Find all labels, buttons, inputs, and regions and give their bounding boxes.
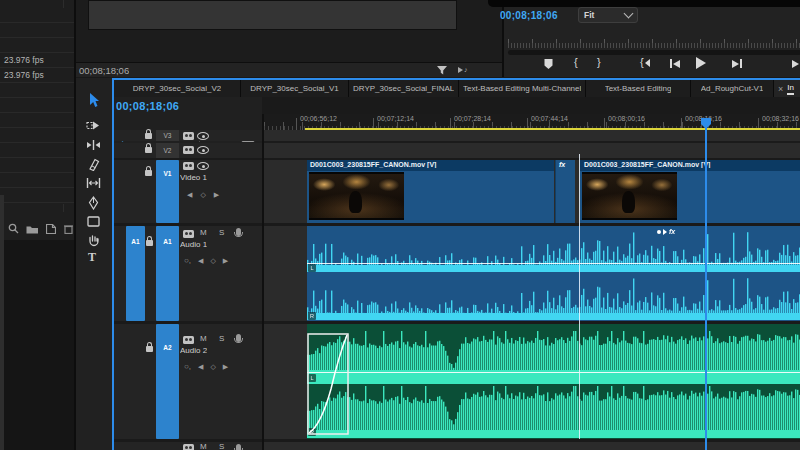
sync-lock-icon[interactable] <box>183 146 194 154</box>
timeline-playhead-timecode[interactable]: 00;08;18;06 <box>116 100 179 112</box>
source-assign-a1[interactable]: A1 <box>126 226 145 321</box>
step-forward-partial-icon[interactable] <box>792 59 800 68</box>
step-forward-icon[interactable] <box>732 59 742 68</box>
tab-sequence-4[interactable]: Text-Based Editing Multi-Channel <box>459 80 586 97</box>
tab-sequence-5[interactable]: Text-Based Editing <box>586 80 691 97</box>
track-name-video1[interactable]: Video 1 <box>180 173 207 182</box>
next-keyframe-icon[interactable]: ▶ <box>214 191 219 199</box>
track-target-a1[interactable]: A1 <box>156 226 179 321</box>
selection-tool-icon[interactable] <box>87 92 101 108</box>
voiceover-record-mic-icon[interactable] <box>236 228 241 236</box>
sync-lock-icon[interactable] <box>183 162 194 170</box>
step-back-icon[interactable] <box>670 59 680 68</box>
keyframe-nav-audio1[interactable]: ○, ◀ ◇ ▶ <box>184 256 228 265</box>
playhead-line[interactable] <box>705 124 707 450</box>
audio-clip-2[interactable]: L R <box>307 324 800 439</box>
tab-sequence-6[interactable]: Ad_RoughCut-V1 <box>691 80 774 97</box>
mark-in-icon[interactable]: { <box>574 56 578 68</box>
program-timecode[interactable]: 00;08;18;06 <box>500 10 558 21</box>
sync-lock-icon[interactable] <box>183 444 194 450</box>
voiceover-record-mic-icon[interactable] <box>236 334 241 342</box>
solo-button[interactable]: S <box>219 334 224 343</box>
search-icon[interactable] <box>8 223 19 234</box>
audio-clip-1[interactable]: L R fx <box>307 226 800 321</box>
show-keyframes-icon[interactable]: ○, <box>184 256 191 265</box>
track-target-v1[interactable]: V1 <box>156 160 179 223</box>
mark-out-icon[interactable]: } <box>597 56 601 68</box>
new-bin-icon[interactable] <box>26 224 39 234</box>
keyframe-nav-video1[interactable]: ◀ ◇ ▶ <box>187 191 219 199</box>
track-name-audio2[interactable]: Audio 2 <box>180 346 207 355</box>
track-lock-icon[interactable] <box>145 170 152 176</box>
tab-sequence-3[interactable]: DRYP_30sec_Social_FINAL <box>349 80 459 97</box>
mute-button[interactable]: M <box>200 442 207 450</box>
tab-sequence-1[interactable]: DRYP_30sec_Social_V2 <box>114 80 241 97</box>
project-row-framerate-2[interactable]: 23.976 fps <box>4 70 62 80</box>
prev-keyframe-icon[interactable]: ◀ <box>198 257 203 265</box>
go-to-in-icon[interactable]: { <box>640 58 650 68</box>
track-output-eye-icon[interactable] <box>197 162 209 170</box>
fx-badge: fx <box>669 228 675 235</box>
timeline-panel: DRYP_30sec_Social_V2 DRYP_30sec_Social_V… <box>112 78 800 450</box>
track-target-a2[interactable]: A2 <box>156 324 179 439</box>
solo-button[interactable]: S <box>219 228 224 237</box>
mute-button[interactable]: M <box>200 228 207 237</box>
track-target-v3[interactable]: V3 <box>156 130 179 141</box>
play-button-icon[interactable] <box>696 57 706 69</box>
track-output-eye-icon[interactable] <box>197 146 209 154</box>
next-keyframe-icon[interactable]: ▶ <box>223 257 228 265</box>
left-panel-edge[interactable] <box>0 195 4 450</box>
tab-sequence-2[interactable]: DRYP_30sec_Social_V1 <box>241 80 349 97</box>
prev-keyframe-icon[interactable]: ◀ <box>198 363 203 371</box>
add-keyframe-icon[interactable]: ◇ <box>210 257 215 265</box>
razor-tool-icon[interactable] <box>87 158 100 171</box>
sync-lock-icon[interactable] <box>183 230 194 238</box>
prev-keyframe-icon[interactable]: ◀ <box>187 191 192 199</box>
program-zoom-scrollbar[interactable] <box>508 50 800 55</box>
ripple-edit-tool-icon[interactable] <box>86 139 101 151</box>
keyframe-nav-audio2[interactable]: ○, ◀ ◇ ▶ <box>184 362 228 371</box>
filter-funnel-icon[interactable] <box>436 65 448 76</box>
track-name-audio1[interactable]: Audio 1 <box>180 240 207 249</box>
volume-rubber-band[interactable] <box>307 372 800 373</box>
project-row-framerate-1[interactable]: 23.976 fps <box>4 55 62 65</box>
next-keyframe-icon[interactable]: ▶ <box>223 363 228 371</box>
track-target-v2[interactable]: V2 <box>156 143 179 158</box>
solo-button[interactable]: S <box>219 442 224 450</box>
track-lock-icon[interactable] <box>145 133 152 139</box>
video-clip-1b[interactable]: fx <box>555 160 575 223</box>
hand-tool-icon[interactable] <box>87 234 100 247</box>
track-lock-icon[interactable] <box>146 346 153 352</box>
add-marker-icon[interactable] <box>543 58 554 70</box>
program-mini-ruler[interactable] <box>508 37 800 48</box>
track-lock-icon[interactable] <box>146 240 153 246</box>
mute-button[interactable]: M <box>200 334 207 343</box>
rectangle-tool-icon[interactable] <box>87 216 100 227</box>
volume-rubber-band[interactable] <box>307 263 800 264</box>
edit-point-line[interactable] <box>579 154 580 439</box>
type-tool-icon[interactable]: T <box>88 250 96 265</box>
tools-panel: T <box>76 78 112 450</box>
track-output-eye-icon[interactable] <box>197 132 209 140</box>
delete-trash-icon[interactable] <box>64 224 73 234</box>
new-item-icon[interactable] <box>46 224 56 234</box>
tab-active-partial[interactable]: × In <box>774 80 800 97</box>
add-keyframe-icon[interactable]: ◇ <box>200 191 205 199</box>
audio-fade-in-curve[interactable] <box>307 333 351 437</box>
sync-lock-icon[interactable] <box>183 132 194 140</box>
track-select-forward-tool-icon[interactable] <box>86 120 101 131</box>
pen-tool-icon[interactable] <box>88 196 99 210</box>
play-audio-icon[interactable]: ♪ <box>458 66 468 73</box>
video-clip-1[interactable]: D001C003_230815FF_CANON.mov [V] <box>307 160 554 223</box>
close-tab-icon[interactable]: × <box>778 84 783 94</box>
zoom-level-value: Fit <box>584 10 594 20</box>
zoom-level-select[interactable]: Fit <box>578 7 638 23</box>
voiceover-record-mic-icon[interactable] <box>236 444 241 450</box>
video-clip-2[interactable]: D001C003_230815FF_CANON.mov [V] <box>580 160 800 223</box>
video-clip-2-titlebar: D001C003_230815FF_CANON.mov [V] <box>580 160 800 171</box>
show-keyframes-icon[interactable]: ○, <box>184 362 191 371</box>
add-keyframe-icon[interactable]: ◇ <box>210 363 215 371</box>
track-lock-icon[interactable] <box>145 147 152 153</box>
slip-tool-icon[interactable] <box>86 177 101 189</box>
sync-lock-icon[interactable] <box>183 336 194 344</box>
